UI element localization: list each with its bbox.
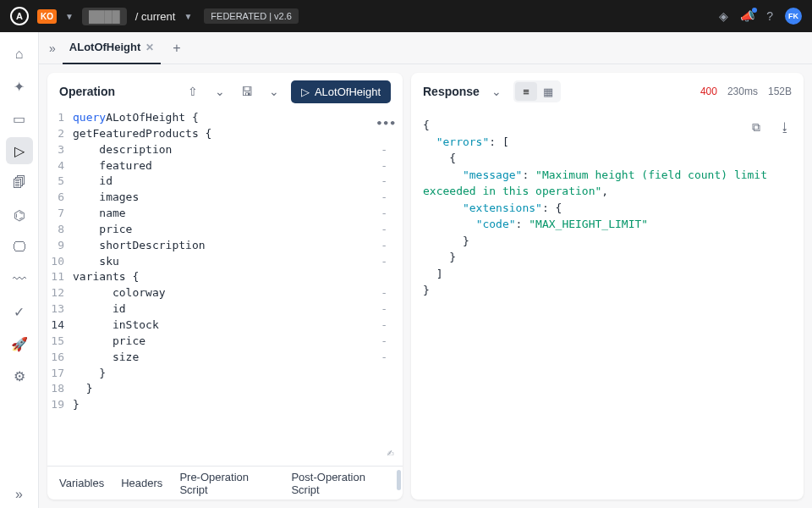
run-label: ALotOfHeight [315, 86, 381, 98]
tab-label: ALotOfHeight [69, 41, 140, 53]
tabs-bar: » ALotOfHeight ✕ + [39, 32, 812, 64]
prettify-icon[interactable]: ✍ [387, 445, 394, 459]
nav-launches[interactable]: 🚀 [6, 330, 33, 357]
more-icon[interactable]: ••• [376, 117, 396, 130]
nav-collapse[interactable]: » [6, 481, 33, 508]
response-status: 400 [700, 86, 717, 97]
chevron-down-icon[interactable]: ▼ [184, 12, 192, 21]
view-table-icon[interactable]: ▦ [537, 82, 559, 101]
nav-explorer[interactable]: ▷ [6, 137, 33, 164]
run-button[interactable]: ▷ ALotOfHeight [291, 80, 391, 103]
help-icon[interactable]: ? [766, 9, 773, 23]
topbar: A KO ▼ ████ / current ▼ FEDERATED | v2.6… [0, 0, 812, 32]
copy-icon[interactable]: ⧉ [746, 117, 766, 137]
announcements-icon[interactable]: 📣 [740, 9, 754, 23]
chevron-down-icon[interactable]: ⌄ [264, 81, 284, 102]
nav-home[interactable]: ⌂ [6, 41, 33, 68]
tab-active[interactable]: ALotOfHeight ✕ [63, 32, 161, 64]
bottom-tab[interactable]: Headers [121, 477, 162, 489]
add-tab-button[interactable]: + [173, 41, 180, 56]
expand-sidebar-icon[interactable]: » [49, 41, 56, 55]
chevron-down-icon[interactable]: ▼ [65, 12, 74, 21]
variant-name[interactable]: / current [135, 10, 176, 23]
sidebar: ⌂ ✦ ▭ ▷ 🗐 ⌬ 🖵 〰 ✓ 🚀 ⚙ » [0, 32, 39, 508]
org-badge[interactable]: KO [37, 9, 57, 24]
response-body[interactable]: ⧉ ⭳ { "errors": [ { "message": "Maximum … [411, 110, 804, 500]
apollo-logo[interactable]: A [10, 7, 29, 25]
response-size: 152B [768, 86, 792, 97]
chevron-down-icon[interactable]: ⌄ [486, 81, 507, 102]
view-json-icon[interactable]: ≡ [515, 82, 537, 101]
bottom-tab[interactable]: Post-Operation Script [291, 471, 391, 496]
bottom-tab[interactable]: Pre-Operation Script [179, 471, 274, 496]
response-time: 230ms [727, 86, 758, 97]
layers-icon[interactable]: ◈ [719, 9, 728, 23]
nav-settings[interactable]: ⚙ [6, 362, 33, 389]
play-icon: ▷ [301, 86, 310, 98]
scrollbar-thumb[interactable] [397, 470, 401, 490]
download-icon[interactable]: ⭳ [775, 117, 795, 137]
view-toggle: ≡ ▦ [513, 80, 561, 102]
save-icon[interactable]: 🖫 [237, 81, 257, 102]
bottom-tabs: VariablesHeadersPre-Operation ScriptPost… [47, 466, 403, 500]
nav-schema[interactable]: ▭ [6, 105, 33, 132]
nav-checks[interactable]: ✓ [6, 298, 33, 325]
nav-changes[interactable]: 🗐 [6, 169, 33, 196]
nav-clients[interactable]: 🖵 [6, 234, 33, 261]
nav-insights[interactable]: ✦ [6, 73, 33, 100]
operation-title: Operation [59, 85, 176, 98]
graph-name[interactable]: ████ [82, 8, 127, 25]
response-title: Response [423, 85, 480, 98]
operation-editor[interactable]: ••• ✍ 1query ALotOfHeight {2 getFeatured… [47, 110, 403, 466]
close-icon[interactable]: ✕ [145, 41, 154, 53]
bottom-tab[interactable]: Variables [59, 477, 104, 489]
operation-panel: Operation ⇧ ⌄ 🖫 ⌄ ▷ ALotOfHeight ••• ✍ 1… [47, 73, 403, 500]
user-avatar[interactable]: FK [785, 8, 802, 25]
federation-badge: FEDERATED | v2.6 [204, 8, 299, 24]
nav-metrics[interactable]: 〰 [6, 266, 33, 293]
share-icon[interactable]: ⇧ [183, 81, 203, 102]
response-panel: Response ⌄ ≡ ▦ 400 230ms 152B ⧉ ⭳ [411, 73, 804, 500]
nav-subgraphs[interactable]: ⌬ [6, 202, 33, 229]
chevron-down-icon[interactable]: ⌄ [210, 81, 230, 102]
